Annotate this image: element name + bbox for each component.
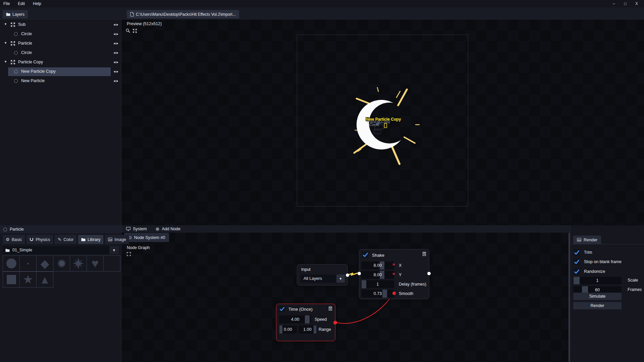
- tab-basic[interactable]: ⚙ Basic: [3, 235, 25, 244]
- tab-open-file[interactable]: C:\Users\Manu\Desktop\Packs\Hit Effects …: [127, 10, 239, 18]
- library-folder-dropdown[interactable]: 01_Simple ▼: [3, 246, 119, 254]
- system-menu[interactable]: System: [126, 227, 147, 231]
- particle-tabs: ⚙ Basic Physics ✎ Color Library Image: [3, 235, 129, 244]
- left-panel: ▼ Sub Circle ▼ Particle Circle ▼ Particl…: [0, 19, 121, 362]
- particle-icon: [14, 79, 18, 83]
- node-time-title: Time (Once): [288, 307, 313, 312]
- layer-item-new-particle-copy-selected[interactable]: New Particle Copy: [0, 67, 121, 76]
- square-shape-icon: [7, 275, 16, 284]
- layer-item-circle[interactable]: Circle: [0, 48, 121, 58]
- visibility-eye-icon[interactable]: [113, 70, 118, 73]
- add-node-button[interactable]: ⊕ Add Node: [156, 227, 180, 231]
- frames-label: Frames: [628, 287, 642, 292]
- chevron-down-icon[interactable]: ▼: [109, 246, 119, 254]
- system-menu-label: System: [133, 227, 147, 231]
- node-time-once[interactable]: Time (Once) 4.00 Speed 0.00 1.00 Range: [276, 304, 335, 341]
- range-min-input[interactable]: 0.00: [279, 325, 297, 334]
- minimize-icon[interactable]: –: [610, 1, 617, 6]
- chevron-down-icon[interactable]: ▼: [336, 275, 345, 283]
- preview-toolbar: [126, 28, 137, 33]
- tab-color[interactable]: ✎ Color: [55, 235, 76, 244]
- collapse-icon[interactable]: ▼: [4, 60, 7, 63]
- delay-slider-input[interactable]: 1: [361, 280, 394, 288]
- frames-slider-input[interactable]: 60: [573, 286, 622, 294]
- shape-triangle[interactable]: ▲: [36, 272, 53, 288]
- range-max-value: 1.00: [299, 325, 316, 334]
- layer-item-circle[interactable]: Circle: [0, 29, 121, 39]
- shape-burst[interactable]: [70, 255, 87, 272]
- stop-blank-checkbox[interactable]: [573, 258, 580, 265]
- triangle-shape-icon: ▲: [39, 274, 50, 285]
- visibility-eye-icon[interactable]: [113, 33, 118, 36]
- output-connector[interactable]: [333, 321, 337, 324]
- simulate-button[interactable]: Simulate: [573, 293, 622, 300]
- speed-slider-input[interactable]: 4.00: [279, 315, 311, 323]
- tab-layers[interactable]: Layers: [3, 10, 28, 18]
- preview-area: Preview (512x512): [121, 19, 644, 225]
- pencil-icon: ✎: [58, 237, 61, 242]
- tab-node-system[interactable]: ⊙ Node System #0: [124, 233, 169, 242]
- delete-node-icon[interactable]: [328, 306, 332, 311]
- visibility-eye-icon[interactable]: [113, 61, 118, 64]
- fit-brackets-icon[interactable]: [127, 252, 131, 256]
- menu-help[interactable]: Help: [29, 1, 45, 6]
- node-enabled-checkbox[interactable]: [362, 251, 369, 258]
- image-icon: [577, 238, 581, 242]
- fit-expand-icon[interactable]: [133, 29, 137, 33]
- node-shake[interactable]: Shake 8.00 X 8.00 Y 1 Delay (frames) 0.7…: [359, 249, 429, 299]
- shape-circle[interactable]: [3, 255, 20, 272]
- input-connector[interactable]: [358, 272, 361, 275]
- speed-value: 4.00: [279, 315, 311, 323]
- shape-diamond[interactable]: ◆: [36, 255, 53, 272]
- param-row-speed: 4.00 Speed: [276, 315, 335, 323]
- node-graph-canvas[interactable]: ⊙ Node System #0 Node Graph Input All La…: [121, 233, 570, 362]
- shape-empty-slot[interactable]: [103, 255, 120, 272]
- shape-square[interactable]: [3, 272, 20, 288]
- tab-image[interactable]: Image: [105, 235, 129, 244]
- visibility-eye-icon[interactable]: [113, 51, 118, 55]
- output-connector[interactable]: [346, 274, 349, 277]
- render-button[interactable]: Render: [573, 302, 622, 309]
- layer-group-particle[interactable]: ▼ Particle: [0, 39, 121, 48]
- visibility-eye-icon[interactable]: [113, 79, 118, 83]
- node-editor-scrollbar[interactable]: [569, 233, 570, 362]
- library-folder-label: 01_Simple: [12, 248, 32, 252]
- randomize-checkbox-row: Randomize: [573, 268, 605, 275]
- maximize-icon[interactable]: □: [622, 1, 629, 6]
- tab-render[interactable]: Render: [573, 236, 601, 244]
- zoom-magnifier-icon[interactable]: [126, 28, 130, 33]
- delete-node-icon[interactable]: [422, 252, 426, 256]
- layer-item-new-particle[interactable]: New Particle: [0, 76, 121, 86]
- shape-heart[interactable]: ♥: [87, 255, 104, 272]
- collapse-icon[interactable]: ▼: [4, 22, 7, 26]
- layer-group-sub[interactable]: ▼ Sub: [0, 20, 121, 29]
- range-max-input[interactable]: 1.00: [299, 325, 316, 334]
- randomize-checkbox[interactable]: [573, 268, 580, 275]
- x-slider-input[interactable]: 8.00: [361, 261, 394, 269]
- node-connections: [121, 225, 570, 362]
- trim-checkbox[interactable]: [573, 249, 580, 256]
- visibility-eye-icon[interactable]: [113, 23, 118, 26]
- layer-group-particle-copy[interactable]: ▼ Particle Copy: [0, 58, 121, 67]
- input-layers-dropdown[interactable]: All Layers ▼: [301, 275, 345, 283]
- shape-star[interactable]: ★: [19, 272, 37, 288]
- collapse-icon[interactable]: ▼: [4, 41, 7, 45]
- y-slider-input[interactable]: 8.00: [361, 271, 394, 279]
- y-value: 8.00: [361, 271, 394, 279]
- delay-label: Delay (frames): [399, 282, 426, 287]
- output-connector[interactable]: [427, 272, 431, 275]
- tab-physics[interactable]: Physics: [26, 235, 53, 244]
- menu-file[interactable]: File: [0, 1, 14, 6]
- shape-soft-dot[interactable]: [53, 255, 70, 272]
- node-input[interactable]: Input All Layers ▼: [297, 264, 348, 286]
- circle-shape-icon: [6, 258, 16, 268]
- tab-library[interactable]: Library: [78, 235, 103, 244]
- menu-edit[interactable]: Edit: [14, 1, 29, 6]
- smooth-slider-input[interactable]: 0.73: [361, 290, 394, 298]
- shape-dot[interactable]: [19, 255, 37, 272]
- frames-row: 60 Frames: [573, 286, 622, 294]
- node-enabled-checkbox[interactable]: [279, 306, 285, 312]
- scale-slider-input[interactable]: 1: [573, 277, 622, 284]
- close-icon[interactable]: X: [633, 1, 640, 6]
- visibility-eye-icon[interactable]: [113, 42, 118, 45]
